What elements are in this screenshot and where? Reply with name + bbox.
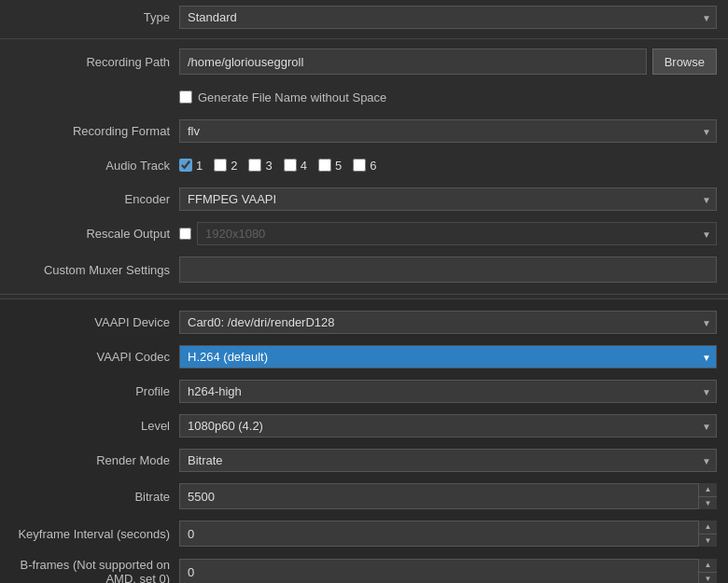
bframes-control: ▲ ▼ xyxy=(179,559,717,583)
profile-label: Profile xyxy=(11,384,179,398)
vaapi-device-control: Card0: /dev/dri/renderD128 ▼ xyxy=(179,311,717,334)
bframes-label: B-frames (Not supported on AMD, set 0) xyxy=(11,558,179,583)
type-control: Standard FFmpeg Custom Output ▼ xyxy=(179,6,717,29)
bframes-row: B-frames (Not supported on AMD, set 0) ▲… xyxy=(0,552,728,583)
audio-track-1[interactable]: 1 xyxy=(179,159,203,173)
type-select-wrapper: Standard FFmpeg Custom Output ▼ xyxy=(179,6,717,29)
recording-path-label: Recording Path xyxy=(11,55,179,69)
generate-file-text: Generate File Name without Space xyxy=(198,90,386,104)
encoder-control: FFMPEG VAAPI x264 x265 NVENC H.264 ▼ xyxy=(179,187,717,211)
audio-track-2[interactable]: 2 xyxy=(214,159,237,173)
vaapi-device-label: VAAPI Device xyxy=(11,315,179,329)
audio-track-3-checkbox[interactable] xyxy=(248,159,261,172)
audio-track-6[interactable]: 6 xyxy=(353,159,376,173)
bitrate-input[interactable] xyxy=(179,483,717,509)
bframes-down-button[interactable]: ▼ xyxy=(699,573,717,584)
browse-button[interactable]: Browse xyxy=(652,49,717,75)
encoder-label: Encoder xyxy=(11,192,179,206)
profile-row: Profile h264-high h264-main h264-baselin… xyxy=(0,374,728,409)
bframes-input[interactable] xyxy=(179,559,717,583)
vaapi-codec-select[interactable]: H.264 (default) H.265 VP8 VP9 xyxy=(179,345,717,368)
type-label: Type xyxy=(11,10,179,24)
render-mode-select[interactable]: Bitrate Constant QP VBR xyxy=(179,449,717,472)
keyframe-up-button[interactable]: ▲ xyxy=(699,521,717,534)
keyframe-spinbox: ▲ ▼ xyxy=(179,521,717,547)
custom-muxer-control xyxy=(179,257,717,283)
generate-file-control: Generate File Name without Space xyxy=(179,90,717,104)
render-mode-select-wrapper: Bitrate Constant QP VBR ▼ xyxy=(179,449,717,472)
audio-track-5-checkbox[interactable] xyxy=(318,159,331,172)
level-select-wrapper: 1080p60 (4.2) 1080p30 (4.1) 720p60 (4.0)… xyxy=(179,414,717,437)
bframes-spinbox: ▲ ▼ xyxy=(179,559,717,583)
recording-format-select-wrapper: flv mp4 mkv mov ts ▼ xyxy=(179,119,717,143)
vaapi-device-select[interactable]: Card0: /dev/dri/renderD128 xyxy=(179,311,717,334)
audio-track-row: Audio Track 1 2 3 4 xyxy=(0,148,728,182)
vaapi-codec-label: VAAPI Codec xyxy=(11,350,179,364)
level-control: 1080p60 (4.2) 1080p30 (4.1) 720p60 (4.0)… xyxy=(179,414,717,437)
audio-track-1-checkbox[interactable] xyxy=(179,159,192,172)
level-select[interactable]: 1080p60 (4.2) 1080p30 (4.1) 720p60 (4.0) xyxy=(179,414,717,437)
level-label: Level xyxy=(11,419,179,433)
keyframe-control: ▲ ▼ xyxy=(179,521,717,547)
vaapi-codec-row: VAAPI Codec H.264 (default) H.265 VP8 VP… xyxy=(0,340,728,374)
render-mode-control: Bitrate Constant QP VBR ▼ xyxy=(179,449,717,472)
encoder-select-wrapper: FFMPEG VAAPI x264 x265 NVENC H.264 ▼ xyxy=(179,187,717,211)
recording-path-row: Recording Path Browse xyxy=(0,43,728,80)
bitrate-arrows: ▲ ▼ xyxy=(698,483,717,509)
custom-muxer-label: Custom Muxer Settings xyxy=(11,263,179,277)
profile-select-wrapper: h264-high h264-main h264-baseline ▼ xyxy=(179,380,717,403)
bitrate-up-button[interactable]: ▲ xyxy=(699,483,717,497)
vaapi-device-row: VAAPI Device Card0: /dev/dri/renderD128 … xyxy=(0,305,728,340)
audio-track-3[interactable]: 3 xyxy=(248,159,272,173)
rescale-output-row: Rescale Output 1920x1080 ▼ xyxy=(0,216,728,251)
rescale-output-checkbox[interactable] xyxy=(179,228,191,240)
generate-file-row: Generate File Name without Space xyxy=(0,80,728,114)
audio-track-group: 1 2 3 4 5 xyxy=(179,159,376,173)
audio-track-2-checkbox[interactable] xyxy=(214,159,227,172)
render-mode-label: Render Mode xyxy=(11,453,179,467)
rescale-output-select[interactable]: 1920x1080 xyxy=(197,222,717,245)
vaapi-device-select-wrapper: Card0: /dev/dri/renderD128 ▼ xyxy=(179,311,717,334)
recording-format-row: Recording Format flv mp4 mkv mov ts ▼ xyxy=(0,114,728,148)
rescale-output-label: Rescale Output xyxy=(11,227,179,241)
type-row: Type Standard FFmpeg Custom Output ▼ xyxy=(0,0,728,35)
audio-track-3-label: 3 xyxy=(265,159,272,173)
settings-panel: Type Standard FFmpeg Custom Output ▼ Rec… xyxy=(0,0,728,583)
bframes-up-button[interactable]: ▲ xyxy=(699,559,717,573)
recording-format-select[interactable]: flv mp4 mkv mov ts xyxy=(179,119,717,143)
bitrate-label: Bitrate xyxy=(11,490,179,504)
audio-track-6-checkbox[interactable] xyxy=(353,159,366,172)
recording-path-input[interactable] xyxy=(179,49,647,75)
generate-file-checkbox-label[interactable]: Generate File Name without Space xyxy=(179,90,386,104)
custom-muxer-input[interactable] xyxy=(179,257,717,283)
custom-muxer-row: Custom Muxer Settings xyxy=(0,251,728,288)
audio-track-label: Audio Track xyxy=(11,159,179,173)
audio-track-5[interactable]: 5 xyxy=(318,159,342,173)
profile-select[interactable]: h264-high h264-main h264-baseline xyxy=(179,380,717,403)
keyframe-label: Keyframe Interval (seconds) xyxy=(11,527,179,541)
generate-file-checkbox[interactable] xyxy=(179,90,192,104)
audio-track-4-checkbox[interactable] xyxy=(284,159,297,172)
keyframe-arrows: ▲ ▼ xyxy=(698,521,717,547)
keyframe-input[interactable] xyxy=(179,521,717,547)
bitrate-spinbox: ▲ ▼ xyxy=(179,483,717,509)
vaapi-codec-control: H.264 (default) H.265 VP8 VP9 ▼ xyxy=(179,345,717,368)
bitrate-control: ▲ ▼ xyxy=(179,483,717,509)
audio-track-control: 1 2 3 4 5 xyxy=(179,159,717,173)
recording-path-control: Browse xyxy=(179,49,717,75)
bitrate-row: Bitrate ▲ ▼ xyxy=(0,478,728,515)
profile-control: h264-high h264-main h264-baseline ▼ xyxy=(179,380,717,403)
keyframe-row: Keyframe Interval (seconds) ▲ ▼ xyxy=(0,515,728,552)
level-row: Level 1080p60 (4.2) 1080p30 (4.1) 720p60… xyxy=(0,409,728,443)
type-select[interactable]: Standard FFmpeg Custom Output xyxy=(179,6,717,29)
encoder-select[interactable]: FFMPEG VAAPI x264 x265 NVENC H.264 xyxy=(179,187,717,211)
encoder-row: Encoder FFMPEG VAAPI x264 x265 NVENC H.2… xyxy=(0,182,728,216)
rescale-output-control: 1920x1080 ▼ xyxy=(179,222,717,245)
rescale-output-select-wrapper: 1920x1080 ▼ xyxy=(197,222,717,245)
audio-track-4[interactable]: 4 xyxy=(284,159,307,173)
keyframe-down-button[interactable]: ▼ xyxy=(699,534,717,548)
separator-1 xyxy=(0,38,728,39)
bitrate-down-button[interactable]: ▼ xyxy=(699,497,717,510)
vaapi-sub-panel: VAAPI Device Card0: /dev/dri/renderD128 … xyxy=(0,298,728,583)
audio-track-5-label: 5 xyxy=(335,159,342,173)
